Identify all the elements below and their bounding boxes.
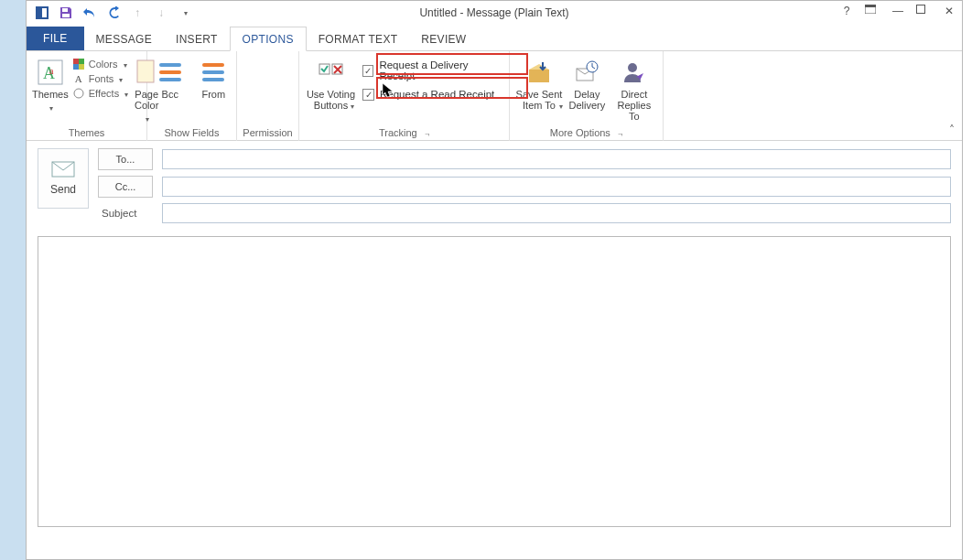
themes-button[interactable]: Aa Themes: [32, 56, 69, 113]
help-icon[interactable]: ?: [839, 5, 854, 17]
delay-label: Delay Delivery: [568, 89, 605, 111]
ribbon-tabs: FILE MESSAGE INSERT OPTIONS FORMAT TEXT …: [27, 27, 962, 51]
effects-button[interactable]: Effects: [72, 87, 128, 100]
effects-icon: [72, 87, 85, 100]
save-sent-button[interactable]: Save Sent Item To: [515, 56, 563, 111]
group-label-themes: Themes: [32, 125, 141, 141]
close-icon[interactable]: ✕: [942, 5, 956, 17]
prev-icon: ↑: [129, 5, 146, 21]
delay-icon: [572, 58, 601, 87]
save-icon[interactable]: [58, 5, 74, 21]
collapse-ribbon-icon[interactable]: ˄: [949, 124, 955, 136]
colors-icon: [72, 58, 85, 70]
cc-field[interactable]: [162, 177, 951, 197]
group-more-options: Save Sent Item To Delay Delivery Direct …: [510, 51, 664, 141]
svg-rect-21: [202, 70, 224, 74]
chevron-down-icon: [117, 73, 123, 84]
svg-text:a: a: [49, 66, 54, 76]
fonts-button[interactable]: AFonts: [72, 72, 128, 85]
svg-rect-18: [159, 70, 181, 74]
tab-format-text[interactable]: FORMAT TEXT: [307, 27, 410, 50]
cc-label: Cc...: [115, 181, 136, 192]
cc-button[interactable]: Cc...: [98, 176, 153, 198]
group-label-permission: Permission: [243, 125, 293, 141]
chevron-down-icon: [123, 88, 128, 99]
svg-rect-12: [79, 59, 84, 64]
group-permission: Permission: [237, 51, 299, 141]
bcc-button[interactable]: Bcc: [153, 56, 188, 100]
svg-rect-22: [202, 78, 224, 81]
window-controls: ? — ✕: [839, 5, 956, 17]
colors-button[interactable]: Colors: [72, 58, 128, 70]
svg-rect-7: [917, 5, 925, 14]
voting-icon: [317, 58, 346, 87]
chevron-down-icon: [48, 102, 53, 113]
colors-label: Colors: [89, 59, 118, 70]
message-window: ↑ ↓ Untitled - Message (Plain Text) ? — …: [26, 0, 963, 560]
direct-replies-button[interactable]: Direct Replies To: [611, 56, 657, 122]
window-title: Untitled - Message (Plain Text): [419, 6, 568, 19]
svg-rect-13: [73, 64, 79, 70]
read-receipt-label: Request a Read Receipt: [380, 89, 494, 100]
from-label: From: [201, 89, 225, 100]
tab-options[interactable]: OPTIONS: [230, 27, 307, 51]
ribbon-display-icon[interactable]: [865, 5, 880, 17]
svg-rect-17: [159, 63, 181, 67]
to-button[interactable]: To...: [98, 148, 153, 170]
delivery-receipt-label: Request a Delivery Receipt: [379, 59, 500, 81]
word-icon: [34, 5, 50, 21]
message-body[interactable]: [38, 236, 951, 527]
effects-label: Effects: [89, 88, 119, 99]
svg-rect-6: [865, 5, 876, 7]
send-icon: [51, 161, 75, 178]
checkbox-icon: [362, 65, 373, 77]
chevron-down-icon: [349, 100, 354, 111]
delay-delivery-button[interactable]: Delay Delivery: [567, 56, 608, 111]
group-label-tracking: Tracking: [305, 125, 503, 141]
themes-label: Themes: [32, 89, 69, 100]
send-label: Send: [50, 183, 76, 196]
voting-buttons[interactable]: Use Voting Buttons: [305, 56, 357, 111]
svg-rect-2: [38, 8, 42, 17]
fonts-label: Fonts: [89, 73, 114, 84]
svg-rect-4: [62, 14, 70, 17]
qat-customize-icon[interactable]: [177, 5, 193, 21]
group-tracking: Use Voting Buttons Request a Delivery Re…: [299, 51, 510, 141]
group-label-more-options: More Options: [515, 125, 657, 141]
quick-access-toolbar: ↑ ↓: [34, 5, 193, 21]
delivery-receipt-checkbox[interactable]: Request a Delivery Receipt: [359, 61, 503, 80]
undo-icon[interactable]: [81, 5, 98, 21]
save-sent-icon: [524, 58, 554, 87]
maximize-icon[interactable]: [916, 5, 931, 17]
svg-rect-25: [529, 70, 549, 82]
bcc-icon: [156, 58, 185, 87]
svg-rect-14: [79, 64, 84, 70]
tab-message[interactable]: MESSAGE: [84, 27, 164, 50]
svg-rect-20: [202, 63, 224, 67]
next-icon: ↓: [153, 5, 169, 21]
group-themes: Aa Themes Colors AFonts Effects Page Col…: [27, 51, 147, 141]
checkbox-icon: [362, 89, 374, 101]
send-button[interactable]: Send: [38, 148, 89, 209]
background-stripe: [0, 0, 26, 560]
group-label-show-fields: Show Fields: [153, 125, 231, 141]
subject-field[interactable]: [162, 203, 951, 223]
to-field[interactable]: [162, 149, 951, 169]
tab-review[interactable]: REVIEW: [409, 27, 478, 50]
minimize-icon[interactable]: —: [891, 5, 905, 17]
read-receipt-checkbox[interactable]: Request a Read Receipt: [359, 85, 503, 103]
direct-replies-label: Direct Replies To: [611, 89, 657, 122]
to-label: To...: [116, 154, 135, 165]
direct-replies-icon: [620, 58, 649, 87]
from-button[interactable]: From: [197, 56, 232, 100]
tab-file[interactable]: FILE: [27, 26, 84, 50]
compose-area: Send To... Cc... Subject: [27, 141, 962, 527]
from-icon: [199, 58, 228, 87]
tab-insert[interactable]: INSERT: [164, 27, 230, 50]
fonts-icon: A: [72, 72, 85, 85]
svg-point-28: [628, 63, 637, 72]
svg-point-15: [74, 89, 83, 98]
group-show-fields: Bcc From Show Fields: [147, 51, 237, 141]
title-bar: ↑ ↓ Untitled - Message (Plain Text) ? — …: [27, 1, 962, 27]
redo-icon[interactable]: [105, 5, 122, 21]
